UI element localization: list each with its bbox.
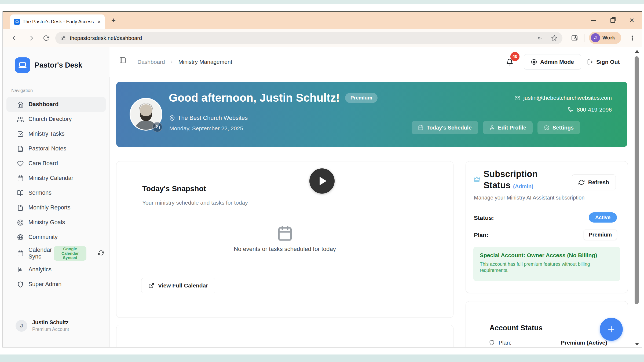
tab-favicon-laptop-icon	[14, 19, 20, 25]
target-icon	[17, 219, 24, 226]
browser-tab[interactable]: The Pastor's Desk - Early Access ✕	[10, 14, 105, 29]
notification-badge: 40	[510, 52, 519, 61]
phone-row: 800-419-2096	[568, 106, 612, 113]
status-label: Status:	[474, 215, 494, 221]
sign-out-button[interactable]: Sign Out	[583, 54, 624, 70]
heart-icon	[17, 160, 24, 167]
app-header: Dashboard Ministry Management 40 Admin M…	[109, 47, 642, 77]
sidebar-item-sermons[interactable]: Sermons	[6, 186, 106, 200]
refresh-icon	[579, 179, 584, 185]
users-icon	[17, 116, 24, 123]
site-settings-icon[interactable]	[60, 35, 66, 41]
sidebar-item-analytics[interactable]: Analytics	[6, 262, 106, 277]
video-play-button[interactable]	[309, 168, 335, 194]
sidebar-item-church-directory[interactable]: Church Directory	[6, 112, 106, 127]
profile-avatar: J	[591, 33, 600, 42]
gear-icon	[544, 125, 549, 130]
logout-icon	[587, 59, 593, 65]
back-icon[interactable]	[11, 34, 19, 42]
sidebar-item-care-board[interactable]: Care Board	[6, 156, 106, 171]
premium-badge: Premium	[345, 93, 378, 103]
sidebar-item-ministry-tasks[interactable]: Ministry Tasks	[6, 127, 106, 141]
sidebar-user[interactable]: J Justin Schultz Premium Account	[16, 319, 69, 332]
sidebar-item-super-admin[interactable]: Super Admin	[6, 277, 106, 292]
refresh-button[interactable]: Refresh	[572, 174, 616, 190]
home-icon	[17, 101, 24, 108]
forward-icon[interactable]	[26, 34, 35, 42]
next-section-card	[116, 325, 453, 347]
tab-close-icon[interactable]: ✕	[97, 19, 101, 24]
edit-profile-button[interactable]: Edit Profile	[483, 121, 533, 134]
sidebar-item-ministry-goals[interactable]: Ministry Goals	[6, 215, 106, 230]
screenshot-stage: The Pastor's Desk - Early Access ✕ + ✕ t…	[0, 0, 644, 362]
todays-schedule-button[interactable]: Today's Schedule	[412, 121, 478, 134]
sidebar-item-community[interactable]: Community	[6, 230, 106, 245]
camera-icon[interactable]	[152, 122, 162, 132]
browser-profile-chip[interactable]: J Work	[589, 32, 621, 44]
app-logo[interactable]: Pastor's Desk	[15, 57, 82, 73]
browser-toolbar: thepastorsdesk.net/dashboard J Work	[3, 29, 642, 47]
breadcrumb: Dashboard Ministry Management	[137, 47, 232, 77]
browser-menu-icon[interactable]	[628, 34, 636, 42]
sidebar-item-dashboard[interactable]: Dashboard	[6, 97, 106, 112]
external-link-icon	[148, 283, 154, 289]
subscription-title: Subscription Status (Admin)	[484, 168, 538, 191]
bookmark-star-icon[interactable]	[551, 35, 558, 41]
plan-badge: Premium	[584, 230, 617, 240]
settings-button[interactable]: Settings	[537, 121, 580, 134]
url-text[interactable]: thepastorsdesk.net/dashboard	[70, 35, 533, 41]
todays-snapshot-card: Today's Snapshot Your ministry schedule …	[116, 161, 453, 318]
nav-section-label: Navigation	[11, 88, 33, 93]
account-status-title: Account Status	[489, 324, 543, 332]
notifications-button[interactable]: 40	[506, 55, 520, 69]
snapshot-empty-message: No events or tasks scheduled for today	[116, 246, 453, 253]
scrollbar-thumb[interactable]	[635, 56, 639, 304]
admin-mode-button[interactable]: Admin Mode	[524, 54, 581, 70]
letterbox-bottom	[0, 354, 644, 362]
user-name: Justin Schultz	[32, 319, 69, 326]
calendar-icon	[17, 250, 24, 257]
address-bar[interactable]: thepastorsdesk.net/dashboard	[55, 32, 562, 44]
special-account-body: This account has full premium features w…	[480, 261, 609, 274]
gear-icon	[531, 59, 537, 65]
plus-icon	[607, 325, 616, 334]
reload-icon[interactable]	[42, 34, 50, 42]
current-date: Monday, September 22, 2025	[169, 125, 243, 132]
book-open-icon	[17, 190, 24, 196]
chevron-right-icon	[169, 60, 174, 64]
tab-title: The Pastor's Desk - Early Access	[23, 19, 95, 25]
window-restore-button[interactable]	[609, 17, 617, 24]
subscription-status-card: Subscription Status (Admin) Refresh Mana…	[466, 161, 628, 293]
avatar: J	[16, 320, 27, 332]
password-key-icon[interactable]	[537, 35, 544, 41]
sidebar-toggle-icon[interactable]	[119, 57, 126, 64]
page-scrollbar[interactable]	[634, 48, 640, 347]
window-minimize-button[interactable]	[589, 17, 597, 24]
letterbox-top	[0, 0, 644, 4]
status-badge: Active	[589, 212, 617, 223]
email-row: justin@thebestchurchwebsites.com	[515, 95, 612, 101]
refresh-icon[interactable]	[98, 250, 104, 256]
phone-icon	[568, 107, 573, 113]
toolbar-divider	[584, 34, 584, 42]
breadcrumb-dashboard[interactable]: Dashboard	[137, 59, 165, 65]
view-full-calendar-button[interactable]: View Full Calendar	[141, 278, 215, 293]
calendar-sync-badge: GoogleCalendarSynced	[54, 246, 86, 261]
calendar-icon	[17, 175, 24, 182]
add-button[interactable]	[600, 318, 623, 341]
shield-icon	[489, 340, 495, 346]
sidebar-item-monthly-reports[interactable]: Monthly Reports	[6, 200, 106, 215]
browser-window: The Pastor's Desk - Early Access ✕ + ✕ t…	[3, 11, 642, 347]
new-tab-button[interactable]: +	[109, 17, 118, 25]
scroll-down-arrow[interactable]	[635, 343, 639, 346]
account-plan-value: Premium (Active)	[561, 339, 607, 346]
sidebar-item-pastoral-notes[interactable]: Pastoral Notes	[6, 141, 106, 156]
side-panel-search-icon[interactable]	[570, 34, 579, 42]
window-close-button[interactable]: ✕	[628, 17, 636, 24]
scroll-up-arrow[interactable]	[635, 50, 639, 53]
file-icon	[17, 205, 24, 211]
app-sidebar: Pastor's Desk Navigation DashboardChurch…	[3, 47, 110, 347]
admin-tag: (Admin)	[513, 183, 533, 189]
sidebar-item-ministry-calendar[interactable]: Ministry Calendar	[6, 171, 106, 186]
sidebar-item-calendar-sync[interactable]: Calendar SyncGoogleCalendarSynced	[6, 245, 106, 262]
